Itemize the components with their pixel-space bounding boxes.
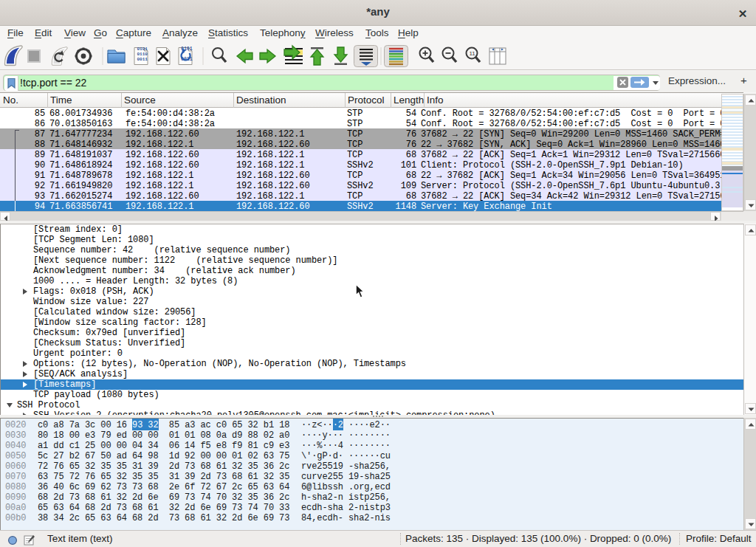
- svg-text:0101: 0101: [137, 47, 148, 52]
- svg-text:0011: 0011: [137, 57, 148, 62]
- svg-text:0110: 0110: [137, 52, 148, 57]
- svg-text:11: 11: [470, 50, 476, 57]
